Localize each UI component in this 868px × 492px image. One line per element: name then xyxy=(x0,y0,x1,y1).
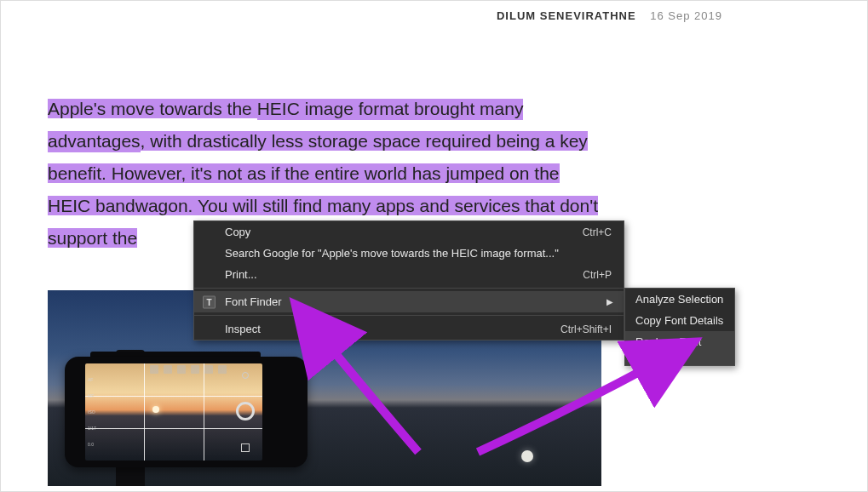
submenu-copy-font-details[interactable]: Copy Font Details xyxy=(625,310,734,331)
ctx-print-label: Print... xyxy=(225,268,257,281)
publish-date: 16 Sep 2019 xyxy=(650,9,722,22)
font-finder-icon: T xyxy=(203,295,216,308)
submenu-arrow-icon: ▶ xyxy=(606,297,615,306)
ctx-inspect-shortcut: Ctrl+Shift+I xyxy=(560,323,615,335)
ctx-separator xyxy=(194,288,624,289)
ctx-inspect[interactable]: Inspect Ctrl+Shift+I xyxy=(194,318,624,340)
ctx-search-google[interactable]: Search Google for "Apple's move towards … xyxy=(194,243,624,264)
ctx-copy-shortcut: Ctrl+C xyxy=(583,226,615,238)
shutter-icon xyxy=(236,402,255,420)
selected-text-part1: Apple's move towards the xyxy=(48,99,257,118)
ctx-separator-2 xyxy=(194,315,624,316)
ctx-font-finder-label: Font Finder xyxy=(225,295,281,308)
font-finder-submenu: Analyze Selection Copy Font Details Repl… xyxy=(624,288,735,366)
context-menu: Copy Ctrl+C Search Google for "Apple's m… xyxy=(193,220,624,340)
camera-left-labels: AF MF ISO 1/17 0.0 xyxy=(88,372,103,452)
tripod-mount-graphic: AF MF ISO 1/17 0.0 xyxy=(73,333,295,486)
submenu-analyze-selection[interactable]: Analyze Selection xyxy=(625,289,734,310)
moon-graphic xyxy=(521,450,533,462)
ctx-copy[interactable]: Copy Ctrl+C xyxy=(194,221,624,243)
byline: DILUM SENEVIRATHNE 16 Sep 2019 xyxy=(497,9,722,22)
submenu-replace-font-with[interactable]: Replace Font with xyxy=(625,331,734,365)
phone-graphic: AF MF ISO 1/17 0.0 xyxy=(65,357,308,467)
ctx-copy-label: Copy xyxy=(225,226,250,238)
ctx-print[interactable]: Print... Ctrl+P xyxy=(194,264,624,285)
ctx-search-label: Search Google for "Apple's move towards … xyxy=(225,247,559,260)
camera-top-icons xyxy=(111,365,227,375)
ctx-font-finder[interactable]: T Font Finder ▶ xyxy=(194,291,624,312)
camera-right-controls xyxy=(230,367,261,457)
ctx-print-shortcut: Ctrl+P xyxy=(583,269,615,281)
ctx-inspect-label: Inspect xyxy=(225,323,261,335)
phone-screen: AF MF ISO 1/17 0.0 xyxy=(85,363,262,461)
author-name: DILUM SENEVIRATHNE xyxy=(497,9,636,22)
